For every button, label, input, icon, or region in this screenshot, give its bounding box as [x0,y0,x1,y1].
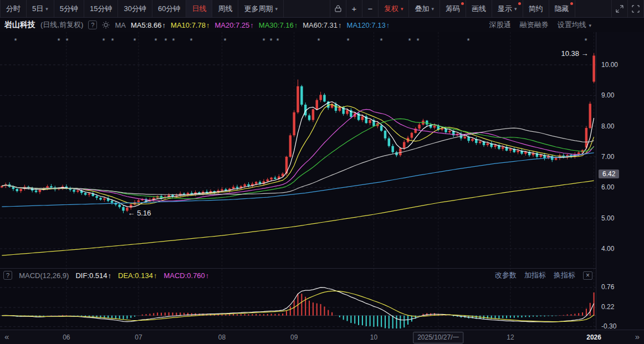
zoom-out-button[interactable]: − [362,0,379,17]
event-marker-icon[interactable]: * [584,37,587,45]
time-axis-label: 09 [290,333,298,341]
event-marker-icon[interactable]: * [164,37,167,45]
period-tab-5day[interactable]: 5日▾ [27,0,54,17]
lock-icon [335,5,341,12]
ma-prefix-label: MA [115,21,126,29]
ma10-legend: MA10:7.78↑ [171,21,209,29]
notification-dot [570,2,573,5]
period-tab-30min[interactable]: 30分钟 [118,0,152,17]
shengutong-link[interactable]: 深股通 [489,20,511,30]
event-marker-icon[interactable]: * [57,37,60,45]
pan-right-button[interactable]: » [635,332,640,341]
high-price-annotation: 10.38 → [561,49,588,58]
period-tab-15min[interactable]: 15分钟 [84,0,118,17]
up-arrow-icon: ↑ [108,271,112,280]
draw-line-button[interactable]: 画线 [466,0,492,17]
ma30-legend: MA30:7.16↑ [259,21,298,29]
event-marker-icon[interactable]: * [102,37,105,45]
stock-name: 岩山科技 [4,20,35,30]
up-arrow-icon: ↑ [162,21,166,29]
plus-icon: + [352,4,357,13]
fullscreen-icon-button[interactable] [627,0,644,17]
up-arrow-icon: ↑ [250,21,254,29]
overlay-button[interactable]: 叠加▾ [409,0,440,17]
up-arrow-icon: ↑ [154,271,157,280]
macd-help-button[interactable]: ? [3,271,12,280]
current-price-badge: 6.42 [599,170,619,178]
event-marker-icon[interactable]: * [65,37,68,45]
period-tab-more[interactable]: 更多周期▾ [238,0,284,17]
event-marker-icon[interactable]: * [190,37,192,45]
chevron-down-icon: ▾ [431,6,434,12]
chevron-down-icon: ▾ [275,6,278,12]
chevron-down-icon: ▾ [514,6,517,12]
ma-settings-gear-button[interactable] [102,21,110,29]
price-axis-label: 7.00 [601,153,614,161]
gear-icon [102,21,110,29]
period-tab-daily[interactable]: 日线 [186,0,212,17]
time-axis-label: 2025/10/27/一 [413,332,463,343]
macd-chart[interactable]: ? MACD(12,26,9) DIF:0.514↑ DEA:0.134↑ MA… [0,268,596,330]
zoom-in-button[interactable]: + [346,0,362,17]
event-marker-icon[interactable]: * [154,37,157,45]
macd-header: ? MACD(12,26,9) DIF:0.514↑ DEA:0.134↑ MA… [3,270,592,280]
event-marker-icon[interactable]: * [111,37,114,45]
event-marker-icon[interactable]: * [133,37,136,45]
macd-actions: 改参数 加指标 换指标 × [495,270,592,280]
event-marker-icon[interactable]: * [317,37,320,45]
dea-value: DEA:0.134↑ [118,271,157,280]
macd-axis-label: -0.30 [601,322,616,330]
ma-settings-button[interactable]: 设置均线 ▾ [558,20,591,30]
toolbar: 分时 5日▾ 5分钟 15分钟 30分钟 60分钟 日线 周线 更多周期▾ + … [0,0,644,18]
time-axis-label: 06 [63,333,70,341]
time-axis: « » 06070809102025/10/27/一122026 [0,330,644,344]
ma20-legend: MA20:7.25↑ [214,21,253,29]
chip-distribution-button[interactable]: 筹码 [440,0,466,17]
expand-icon-button[interactable] [611,0,628,17]
event-marker-icon[interactable]: * [467,37,469,45]
event-marker-icon[interactable]: * [269,37,272,45]
help-button[interactable]: ? [88,20,97,29]
close-indicator-button[interactable]: × [583,271,592,280]
event-marker-icon[interactable]: * [408,37,411,45]
hide-button[interactable]: 隐藏 [549,0,575,17]
minus-icon: − [368,4,373,13]
change-params-button[interactable]: 改参数 [495,270,517,280]
chart-legend: 岩山科技 (日线,前复权) ? MA MA5:8.66↑ MA10:7.78↑ … [0,18,596,32]
pan-left-button[interactable]: « [4,332,9,341]
price-axis-label: 8.00 [601,122,614,130]
main-chart-svg[interactable]: *********************10.38 →← 5.16 [0,32,596,268]
simple-mode-button[interactable]: 简约 [523,0,549,17]
main-chart[interactable]: *********************10.38 →← 5.16 [0,32,596,268]
window-controls [612,0,644,17]
event-marker-icon[interactable]: * [416,37,419,45]
event-marker-icon[interactable]: * [172,37,175,45]
event-marker-icon[interactable]: * [276,37,279,45]
legend-right-group: 深股通 融资融券 设置均线 ▾ [489,20,591,30]
ma120-legend: MA120:7.13↑ [347,21,390,29]
notification-dot [518,2,521,5]
price-axis-label: 4.00 [601,245,614,253]
up-arrow-icon: ↑ [294,21,298,29]
time-axis-label: 07 [135,333,142,341]
period-tab-minute[interactable]: 分时 [0,0,27,17]
adjust-price-button[interactable]: 复权▾ [379,0,410,17]
period-tab-weekly[interactable]: 周线 [212,0,238,17]
switch-indicator-button[interactable]: 换指标 [554,270,575,280]
period-tab-5min[interactable]: 5分钟 [54,0,84,17]
time-axis-label: 08 [218,333,226,341]
price-axis-label: 6.00 [601,183,614,191]
event-marker-icon[interactable]: * [14,37,17,45]
notification-dot [461,2,464,5]
event-marker-icon[interactable]: * [223,37,226,45]
event-marker-icon[interactable]: * [346,37,349,45]
lock-icon-button[interactable] [330,0,346,17]
add-indicator-button[interactable]: 加指标 [524,270,546,280]
price-axis-label: 10.00 [601,61,618,69]
price-axis-label: 5.00 [601,214,614,222]
event-marker-icon[interactable]: * [380,37,382,45]
period-tab-60min[interactable]: 60分钟 [152,0,186,17]
event-marker-icon[interactable]: * [262,37,265,45]
display-button[interactable]: 显示▾ [492,0,523,17]
margin-trading-link[interactable]: 融资融券 [520,20,549,30]
